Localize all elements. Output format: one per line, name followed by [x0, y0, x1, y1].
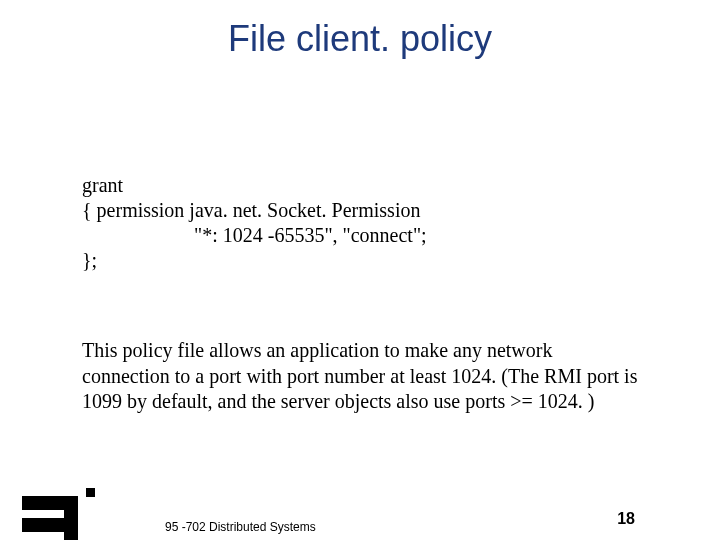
footer-course-label: 95 -702 Distributed Systems — [165, 520, 316, 534]
svg-rect-3 — [64, 496, 78, 540]
code-line-2: { permission java. net. Socket. Permissi… — [82, 198, 427, 223]
slide: File client. policy grant { permission j… — [0, 18, 720, 540]
svg-rect-4 — [86, 488, 95, 497]
policy-description: This policy file allows an application t… — [82, 338, 642, 415]
page-title: File client. policy — [0, 18, 720, 60]
code-line-4: }; — [82, 248, 427, 273]
code-line-1: grant — [82, 173, 427, 198]
page-number: 18 — [617, 510, 635, 528]
policy-code-block: grant { permission java. net. Socket. Pe… — [82, 173, 427, 273]
code-line-3: "*: 1024 -65535", "connect"; — [82, 223, 427, 248]
cmu-logo-icon — [22, 488, 102, 540]
